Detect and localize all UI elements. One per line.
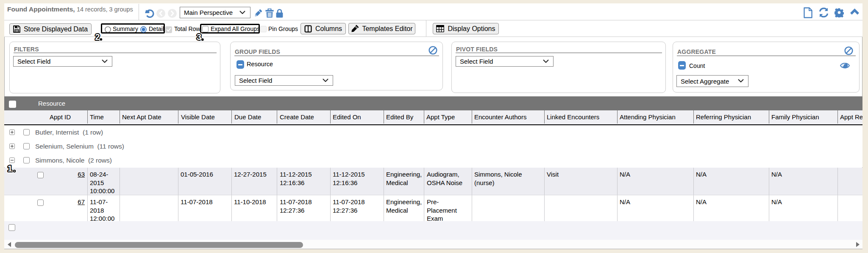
svg-text:2: 2	[95, 32, 100, 42]
svg-text:1: 1	[8, 163, 12, 173]
svg-text:3: 3	[197, 32, 201, 42]
